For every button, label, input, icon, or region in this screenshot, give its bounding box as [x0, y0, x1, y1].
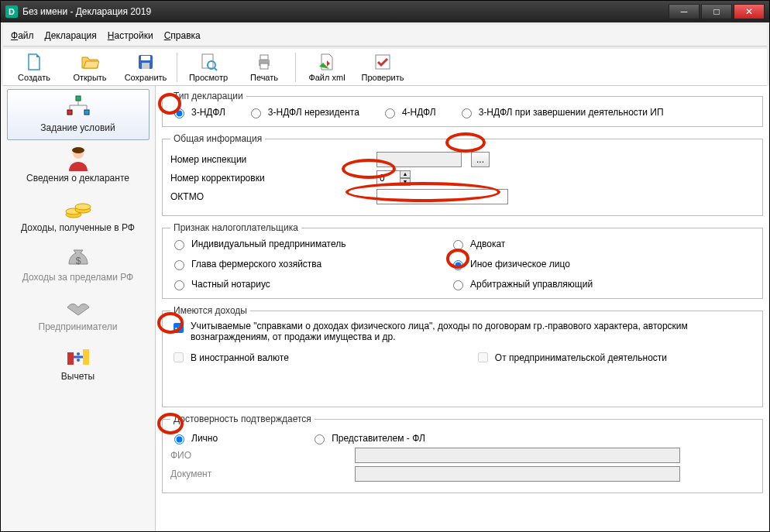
check-income-foreign[interactable]: В иностранной валюте: [170, 350, 289, 365]
radio-3ndfl-nonresident[interactable]: 3-НДФЛ нерезидента: [247, 106, 359, 118]
toolbar-separator: [295, 53, 296, 82]
inspection-lookup-button[interactable]: ...: [471, 152, 490, 167]
app-icon: D: [5, 5, 18, 18]
svg-point-22: [77, 352, 80, 355]
toolbar-open-button[interactable]: Открыть: [62, 50, 118, 85]
svg-rect-10: [76, 96, 81, 101]
radio-confirm-personal[interactable]: Лично: [170, 432, 218, 444]
print-icon: [255, 53, 273, 71]
radio-3ndfl-ip-close[interactable]: 3-НДФЛ при завершении деятельности ИП: [458, 106, 664, 118]
preview-icon: [199, 53, 218, 71]
fio-label: ФИО: [170, 450, 349, 461]
toolbar-create-button[interactable]: Создать: [6, 50, 62, 85]
taxpayer-sign-group: Признак налогоплательщика Индивидуальный…: [162, 222, 763, 299]
check-icon: [373, 53, 392, 71]
check-income-business[interactable]: От предпринимательской деятельности: [475, 350, 667, 365]
maximize-button[interactable]: □: [701, 4, 732, 19]
radio-ip[interactable]: Индивидуальный предприниматель: [170, 238, 449, 250]
svg-point-14: [72, 147, 84, 153]
document-input: [355, 466, 680, 482]
close-button[interactable]: ✕: [734, 4, 765, 19]
svg-rect-8: [260, 63, 268, 69]
svg-line-5: [215, 68, 217, 70]
radio-other-person[interactable]: Иное физическое лицо: [449, 258, 755, 270]
oktmo-label: ОКТМО: [170, 191, 349, 202]
app-window: D Без имени - Декларация 2019 ─ □ ✕ Файл…: [0, 0, 770, 532]
confirmation-group: Достоверность подтверждается Лично Предс…: [162, 414, 763, 493]
save-icon: [136, 53, 155, 71]
svg-rect-21: [83, 349, 89, 365]
check-income-refs[interactable]: Учитываемые "справками о доходах физичес…: [170, 321, 755, 342]
income-legend: Имеются доходы: [170, 305, 250, 316]
toolbar: Создать Открыть Сохранить Просмотр Печат…: [3, 49, 767, 86]
handshake-icon: [63, 293, 94, 320]
general-info-legend: Общая информация: [170, 133, 265, 144]
new-file-icon: [25, 53, 43, 71]
toolbar-xml-button[interactable]: Файл xml: [299, 50, 355, 85]
sidebar-item-label: Предприниматели: [9, 321, 148, 332]
menu-help[interactable]: Справка: [164, 30, 201, 41]
sidebar-item-conditions[interactable]: Задание условий: [7, 89, 150, 140]
toolbar-print-button[interactable]: Печать: [236, 50, 292, 85]
minimize-button[interactable]: ─: [669, 4, 700, 19]
radio-confirm-rep[interactable]: Представителем - ФЛ: [311, 432, 425, 444]
income-group: Имеются доходы Учитываемые "справками о …: [162, 305, 763, 407]
sidebar-item-declarant[interactable]: Сведения о декларанте: [7, 140, 150, 190]
svg-rect-1: [141, 56, 150, 60]
money-bag-icon: $: [63, 244, 94, 270]
sidebar-item-income-rf[interactable]: Доходы, полученные в РФ: [7, 190, 150, 239]
spin-down-button[interactable]: ▼: [400, 178, 411, 186]
declaration-type-group: Тип декларации 3-НДФЛ 3-НДФЛ нерезидента…: [162, 91, 763, 127]
inspection-input[interactable]: [376, 152, 462, 167]
workspace: Задание условий Сведения о декларанте До…: [1, 86, 769, 532]
taxpayer-sign-legend: Признак налогоплательщика: [170, 222, 301, 233]
xml-file-icon: [318, 53, 336, 71]
sidebar-item-label: Сведения о декларанте: [9, 173, 148, 184]
sidebar: Задание условий Сведения о декларанте До…: [1, 86, 156, 532]
svg-point-23: [77, 359, 80, 362]
toolbar-save-button[interactable]: Сохранить: [118, 50, 174, 85]
svg-rect-2: [142, 63, 150, 69]
correction-input[interactable]: [376, 170, 400, 186]
toolbar-preview-button[interactable]: Просмотр: [180, 50, 236, 85]
radio-advocate[interactable]: Адвокат: [449, 238, 755, 250]
confirmation-legend: Достоверность подтверждается: [170, 414, 315, 424]
sidebar-item-label: Вычеты: [9, 371, 148, 382]
spin-up-button[interactable]: ▲: [400, 170, 411, 178]
menu-file[interactable]: Файл: [11, 30, 34, 41]
menubar: Файл Декларация Настройки Справка: [3, 25, 767, 46]
sidebar-item-entrepreneurs[interactable]: Предприниматели: [7, 289, 150, 338]
svg-rect-7: [260, 55, 268, 60]
person-icon: [63, 145, 94, 171]
radio-farmer[interactable]: Глава фермерского хозяйства: [170, 258, 449, 270]
menu-settings[interactable]: Настройки: [108, 30, 153, 41]
toolbar-separator: [177, 53, 177, 82]
svg-point-18: [75, 204, 91, 210]
oktmo-input[interactable]: [376, 189, 508, 204]
sidebar-item-label: Задание условий: [9, 122, 147, 133]
sidebar-item-label: Доходы за пределами РФ: [9, 272, 148, 283]
conditions-icon: [63, 94, 94, 121]
titlebar: D Без имени - Декларация 2019 ─ □ ✕: [1, 1, 769, 22]
radio-arbitr[interactable]: Арбитражный управляющий: [449, 278, 755, 290]
fio-input: [355, 448, 680, 463]
toolbar-check-button[interactable]: Проверить: [355, 50, 411, 85]
general-info-group: Общая информация Номер инспекции ... Ном…: [162, 133, 763, 216]
sidebar-item-income-foreign[interactable]: $ Доходы за пределами РФ: [7, 239, 150, 289]
content-panel: Тип декларации 3-НДФЛ 3-НДФЛ нерезидента…: [156, 86, 769, 532]
sidebar-item-deductions[interactable]: Вычеты: [7, 338, 150, 388]
radio-notary[interactable]: Частный нотариус: [170, 278, 449, 290]
correction-spinner[interactable]: ▲▼: [376, 170, 411, 186]
window-title: Без имени - Декларация 2019: [22, 6, 151, 17]
radio-3ndfl[interactable]: 3-НДФЛ: [170, 106, 225, 118]
svg-rect-11: [67, 110, 72, 115]
svg-rect-20: [67, 352, 74, 365]
correction-label: Номер корректировки: [170, 173, 349, 184]
svg-text:$: $: [75, 256, 81, 266]
folder-open-icon: [81, 53, 99, 71]
menu-declaration[interactable]: Декларация: [45, 30, 97, 41]
coins-icon: [63, 194, 94, 221]
document-label: Документ: [170, 469, 349, 479]
deductions-icon: [63, 343, 94, 369]
radio-4ndfl[interactable]: 4-НДФЛ: [381, 106, 436, 118]
